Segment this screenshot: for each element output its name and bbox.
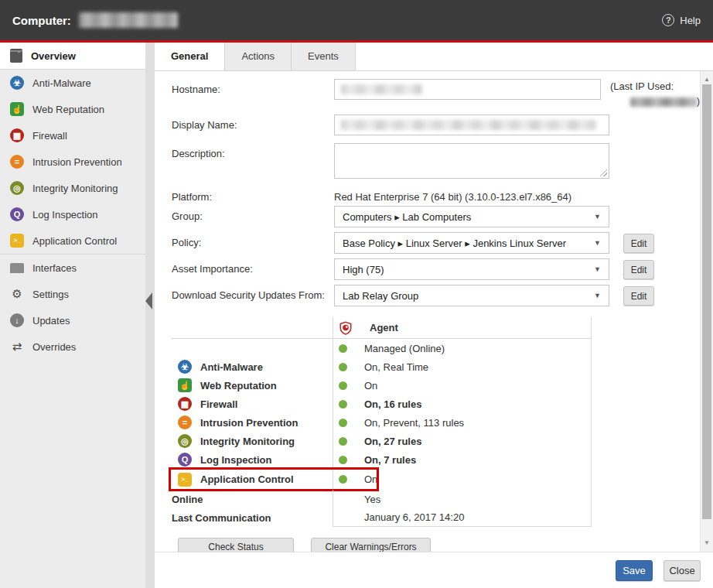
status-value: Managed (Online) (364, 343, 445, 354)
status-row-online: Online Yes (172, 490, 592, 508)
last-ip-prefix: (Last IP Used: (610, 79, 700, 94)
settings-icon: ⚙ (10, 287, 24, 301)
status-value: On (364, 473, 377, 485)
asset-importance-label: Asset Importance: (172, 258, 334, 275)
dialog-footer: Save Close (155, 552, 713, 588)
status-label: Application Control (200, 473, 294, 485)
anti-malware-icon: ☣ (178, 360, 192, 374)
resize-handle-icon[interactable] (600, 169, 607, 176)
asset-importance-edit-button[interactable]: Edit (623, 260, 654, 279)
download-updates-select[interactable]: Lab Relay Group ▼ (334, 285, 609, 306)
clear-warnings-button[interactable]: Clear Warnings/Errors (311, 538, 431, 552)
asset-importance-select[interactable]: High (75) ▼ (334, 258, 609, 280)
chevron-down-icon: ▼ (594, 239, 601, 247)
sidebar-item-overrides[interactable]: ⇄ Overrides (0, 333, 145, 360)
status-label: Anti-Malware (200, 361, 263, 373)
status-value: On, 7 rules (364, 454, 416, 466)
status-label: Web Reputation (200, 380, 277, 391)
sidebar-item-application-control[interactable]: >_ Application Control (0, 227, 145, 254)
display-name-input[interactable] (334, 115, 609, 135)
status-dot (339, 381, 347, 390)
page-title: Computer: (12, 14, 71, 27)
status-header-row: Agent (172, 317, 592, 339)
policy-value: Base Policy ▸ Linux Server ▸ Jenkins Lin… (343, 238, 566, 249)
sidebar-item-log-inspection[interactable]: Q Log Inspection (0, 201, 145, 227)
last-ip-redacted (630, 97, 697, 107)
asset-importance-value: High (75) (343, 264, 384, 275)
close-button[interactable]: Close (664, 560, 701, 581)
integrity-monitoring-icon: ◎ (178, 434, 192, 448)
group-value: Computers ▸ Lab Computers (343, 211, 471, 223)
display-name-redacted (341, 120, 596, 130)
status-row-last-communication: Last Communication January 6, 2017 14:20 (172, 508, 592, 527)
sidebar-item-anti-malware[interactable]: ☣ Anti-Malware (0, 70, 145, 96)
platform-value: Red Hat Enterprise 7 (64 bit) (3.10.0-12… (334, 186, 571, 203)
status-row-anti-malware: ☣Anti-Malware On, Real Time (172, 357, 592, 376)
status-dot-placeholder (339, 495, 347, 504)
status-dot-placeholder (339, 513, 347, 521)
sidebar-gutter (145, 43, 155, 588)
sidebar: Overview ☣ Anti-Malware ☝ Web Reputation… (0, 43, 145, 588)
updates-icon: ↓ (10, 313, 24, 327)
check-status-button[interactable]: Check Status (178, 538, 294, 552)
group-label: Group: (172, 206, 334, 222)
status-dot (339, 456, 347, 464)
scroll-up-icon[interactable]: ▲ (701, 73, 713, 85)
log-inspection-icon: Q (10, 207, 24, 221)
status-label: Intrusion Prevention (200, 417, 298, 429)
application-control-icon: >_ (10, 234, 24, 248)
sidebar-item-overview[interactable]: Overview (0, 43, 145, 69)
title-bar: Computer: ? Help (0, 0, 713, 40)
hostname-redacted (341, 84, 422, 94)
status-row-web-reputation: ☝Web Reputation On (172, 376, 592, 395)
sidebar-item-label: Interfaces (32, 262, 77, 274)
tab-actions[interactable]: Actions (225, 43, 292, 70)
download-updates-edit-button[interactable]: Edit (623, 286, 654, 306)
sidebar-item-label: Settings (32, 289, 69, 300)
scroll-down-icon[interactable]: ▼ (701, 536, 713, 549)
firewall-icon: ▦ (10, 128, 24, 142)
sidebar-item-settings[interactable]: ⚙ Settings (0, 281, 145, 307)
status-value: January 6, 2017 14:20 (364, 511, 464, 523)
status-row-application-control: >_Application Control On (172, 469, 592, 490)
overview-icon (10, 49, 22, 63)
download-updates-label: Download Security Updates From: (172, 285, 334, 301)
main-content: General Actions Events Hostname: (Last I… (155, 43, 713, 588)
chevron-down-icon: ▼ (594, 213, 601, 220)
log-inspection-icon: Q (178, 453, 192, 467)
status-value: On, 16 rules (364, 398, 421, 410)
sidebar-item-label: Web Reputation (32, 104, 104, 115)
help-button[interactable]: ? Help (662, 14, 701, 26)
tab-events[interactable]: Events (292, 43, 356, 70)
interfaces-icon (10, 263, 24, 273)
group-select[interactable]: Computers ▸ Lab Computers ▼ (334, 206, 609, 227)
save-button[interactable]: Save (616, 560, 653, 581)
sidebar-item-intrusion-prevention[interactable]: = Intrusion Prevention (0, 149, 145, 175)
status-dot (339, 344, 347, 353)
sidebar-item-firewall[interactable]: ▦ Firewall (0, 122, 145, 149)
description-textarea[interactable] (334, 143, 609, 179)
sidebar-item-label: Application Control (32, 235, 117, 247)
sidebar-collapse-icon[interactable] (145, 292, 152, 309)
application-control-icon: >_ (178, 473, 192, 487)
computer-details-window: Computer: ? Help Overview ☣ Anti-Malware… (0, 0, 713, 588)
hostname-input[interactable] (334, 79, 601, 100)
status-row-log-inspection: QLog Inspection On, 7 rules (172, 450, 592, 469)
policy-label: Policy: (172, 232, 334, 248)
sidebar-item-interfaces[interactable]: Interfaces (0, 255, 145, 281)
tab-general[interactable]: General (155, 43, 225, 70)
policy-select[interactable]: Base Policy ▸ Linux Server ▸ Jenkins Lin… (334, 232, 609, 254)
status-value: On, Prevent, 113 rules (364, 417, 464, 429)
sidebar-item-label: Firewall (32, 130, 67, 142)
protection-status-table: Agent Managed (Online) ☣Anti-Malware On,… (172, 317, 592, 527)
sidebar-item-web-reputation[interactable]: ☝ Web Reputation (0, 96, 145, 122)
status-value: On (364, 380, 377, 391)
web-reputation-icon: ☝ (178, 378, 192, 392)
vertical-scrollbar[interactable]: ▲ ▼ (700, 71, 713, 552)
policy-edit-button[interactable]: Edit (623, 234, 654, 253)
scrollbar-thumb[interactable] (702, 84, 711, 519)
sidebar-item-integrity-monitoring[interactable]: ◎ Integrity Monitoring (0, 175, 145, 201)
firewall-icon: ▦ (178, 397, 192, 411)
status-dot (339, 475, 347, 484)
sidebar-item-updates[interactable]: ↓ Updates (0, 307, 145, 333)
